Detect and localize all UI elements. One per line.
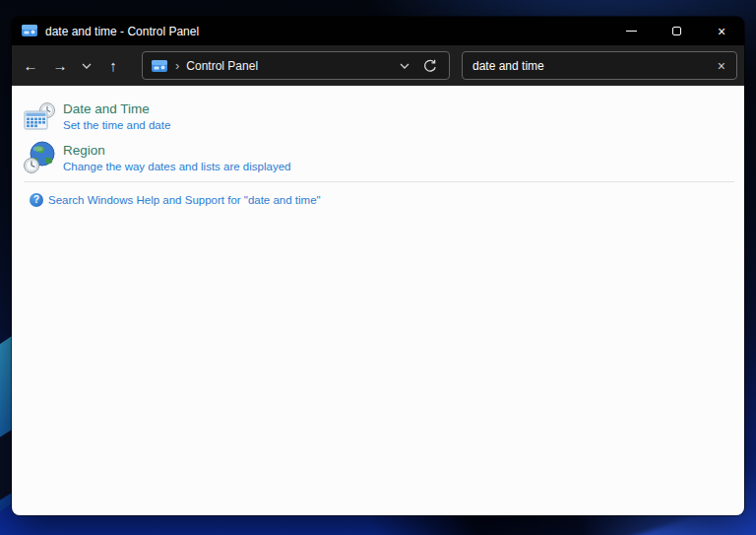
address-dropdown-button[interactable] [392, 53, 417, 79]
window-title: date and time - Control Panel [45, 25, 199, 38]
close-button[interactable]: × [699, 17, 744, 45]
refresh-button[interactable] [417, 53, 443, 79]
clear-search-button[interactable]: × [713, 57, 730, 75]
recent-locations-button[interactable] [75, 51, 98, 81]
result-texts: Region Change the way dates and lists ar… [63, 140, 290, 174]
search-box: × [462, 51, 737, 80]
forward-icon: → [53, 57, 68, 74]
region-link[interactable]: Region [63, 142, 290, 159]
up-icon: ↑ [109, 57, 117, 74]
maximize-button[interactable] [654, 17, 699, 45]
result-item-region[interactable]: Region Change the way dates and lists ar… [22, 140, 736, 175]
control-panel-icon [22, 23, 37, 40]
breadcrumb-item-control-panel[interactable]: Control Panel [186, 59, 258, 73]
change-date-formats-link[interactable]: Change the way dates and lists are displ… [63, 160, 290, 174]
globe-clock-icon [22, 140, 57, 175]
control-panel-window: date and time - Control Panel × ← → ↑ [12, 17, 744, 515]
maximize-icon [672, 27, 681, 35]
date-and-time-link[interactable]: Date and Time [63, 100, 170, 117]
minimize-button[interactable] [608, 17, 654, 45]
window-controls: × [608, 17, 744, 45]
titlebar: date and time - Control Panel × [12, 17, 744, 45]
refresh-icon [423, 59, 437, 73]
navigation-bar: ← → ↑ › Control Panel [12, 45, 744, 86]
calendar-clock-icon [22, 99, 57, 134]
breadcrumb-separator: › [175, 58, 179, 73]
search-help-and-support-link[interactable]: Search Windows Help and Support for "dat… [48, 194, 321, 206]
results-divider [24, 181, 734, 182]
desktop-wallpaper: date and time - Control Panel × ← → ↑ [0, 0, 756, 535]
help-icon: ? [30, 193, 43, 207]
address-bar[interactable]: › Control Panel [142, 51, 450, 80]
help-row: ? Search Windows Help and Support for "d… [30, 193, 736, 207]
back-button[interactable]: ← [16, 51, 45, 81]
minimize-icon [626, 31, 637, 32]
set-time-and-date-link[interactable]: Set the time and date [63, 118, 170, 133]
result-texts: Date and Time Set the time and date [63, 99, 170, 133]
result-item-date-and-time[interactable]: Date and Time Set the time and date [22, 99, 736, 134]
back-icon: ← [24, 57, 38, 74]
chevron-down-icon [400, 63, 410, 69]
forward-button[interactable]: → [45, 51, 75, 81]
control-panel-icon [152, 60, 167, 72]
up-button[interactable]: ↑ [98, 51, 128, 81]
search-results-panel: Date and Time Set the time and date [12, 86, 744, 515]
close-icon: × [718, 25, 725, 38]
search-input[interactable] [472, 59, 713, 73]
chevron-down-icon [82, 63, 92, 69]
